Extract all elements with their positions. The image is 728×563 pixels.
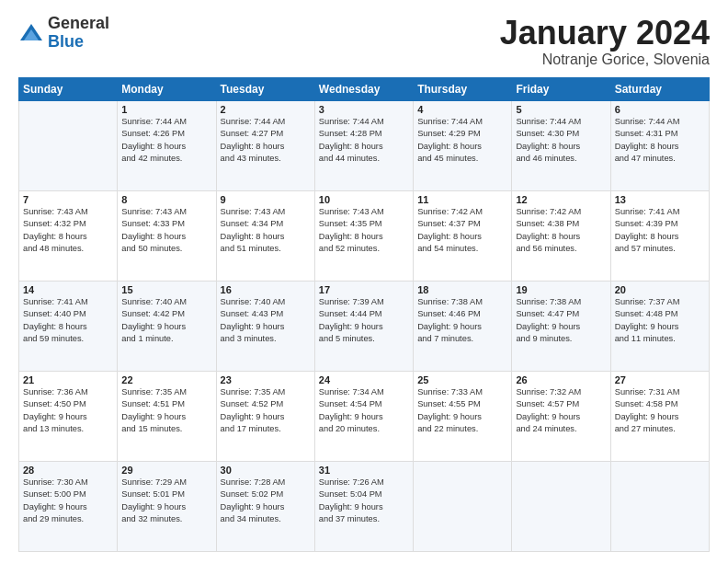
day-info: Sunrise: 7:43 AMSunset: 4:34 PMDaylight:… (221, 206, 311, 256)
calendar-cell: 12Sunrise: 7:42 AMSunset: 4:38 PMDayligh… (512, 190, 610, 281)
calendar-cell: 14Sunrise: 7:41 AMSunset: 4:40 PMDayligh… (19, 281, 118, 371)
day-number: 17 (319, 284, 409, 295)
calendar-cell: 29Sunrise: 7:29 AMSunset: 5:01 PMDayligh… (118, 461, 216, 551)
logo: General Blue (18, 15, 109, 52)
day-info: Sunrise: 7:38 AMSunset: 4:46 PMDaylight:… (417, 296, 507, 346)
day-info: Sunrise: 7:31 AMSunset: 4:58 PMDaylight:… (615, 386, 705, 436)
calendar-cell: 3Sunrise: 7:44 AMSunset: 4:28 PMDaylight… (314, 100, 413, 190)
week-row-5: 28Sunrise: 7:30 AMSunset: 5:00 PMDayligh… (19, 461, 710, 551)
calendar-cell: 26Sunrise: 7:32 AMSunset: 4:57 PMDayligh… (512, 371, 610, 461)
day-info: Sunrise: 7:44 AMSunset: 4:28 PMDaylight:… (319, 116, 409, 166)
day-info: Sunrise: 7:28 AMSunset: 5:02 PMDaylight:… (221, 477, 311, 526)
day-number: 9 (221, 194, 311, 205)
day-number: 22 (121, 374, 211, 385)
calendar-cell (414, 461, 512, 551)
weekday-header-row: SundayMondayTuesdayWednesdayThursdayFrid… (19, 77, 710, 100)
day-number: 16 (221, 284, 311, 295)
weekday-header-tuesday: Tuesday (216, 77, 314, 100)
weekday-header-saturday: Saturday (610, 77, 709, 100)
day-number: 6 (615, 104, 705, 115)
calendar-cell: 4Sunrise: 7:44 AMSunset: 4:29 PMDaylight… (414, 100, 512, 190)
day-number: 1 (121, 104, 211, 115)
calendar-cell (610, 461, 709, 551)
week-row-1: 1Sunrise: 7:44 AMSunset: 4:26 PMDaylight… (19, 100, 710, 190)
day-number: 30 (221, 465, 311, 476)
calendar-cell: 9Sunrise: 7:43 AMSunset: 4:34 PMDaylight… (216, 190, 314, 281)
day-number: 14 (23, 284, 113, 295)
day-info: Sunrise: 7:41 AMSunset: 4:40 PMDaylight:… (23, 296, 113, 346)
day-info: Sunrise: 7:44 AMSunset: 4:29 PMDaylight:… (417, 116, 507, 166)
calendar-cell: 21Sunrise: 7:36 AMSunset: 4:50 PMDayligh… (19, 371, 118, 461)
day-info: Sunrise: 7:39 AMSunset: 4:44 PMDaylight:… (319, 296, 409, 346)
day-number: 27 (615, 374, 705, 385)
calendar-cell: 5Sunrise: 7:44 AMSunset: 4:30 PMDaylight… (512, 100, 610, 190)
calendar-cell: 23Sunrise: 7:35 AMSunset: 4:52 PMDayligh… (216, 371, 314, 461)
calendar-cell: 28Sunrise: 7:30 AMSunset: 5:00 PMDayligh… (19, 461, 118, 551)
day-info: Sunrise: 7:36 AMSunset: 4:50 PMDaylight:… (23, 386, 113, 436)
month-title: January 2024 (500, 15, 710, 52)
day-info: Sunrise: 7:35 AMSunset: 4:51 PMDaylight:… (121, 386, 211, 436)
calendar-cell: 27Sunrise: 7:31 AMSunset: 4:58 PMDayligh… (610, 371, 709, 461)
day-number: 19 (516, 284, 606, 295)
day-info: Sunrise: 7:32 AMSunset: 4:57 PMDaylight:… (516, 386, 606, 436)
calendar-cell: 22Sunrise: 7:35 AMSunset: 4:51 PMDayligh… (118, 371, 216, 461)
calendar-cell: 24Sunrise: 7:34 AMSunset: 4:54 PMDayligh… (314, 371, 413, 461)
day-info: Sunrise: 7:43 AMSunset: 4:33 PMDaylight:… (121, 206, 211, 256)
day-number: 23 (221, 374, 311, 385)
calendar-cell: 31Sunrise: 7:26 AMSunset: 5:04 PMDayligh… (314, 461, 413, 551)
day-number: 12 (516, 194, 606, 205)
day-info: Sunrise: 7:40 AMSunset: 4:42 PMDaylight:… (121, 296, 211, 346)
day-number: 5 (516, 104, 606, 115)
day-info: Sunrise: 7:44 AMSunset: 4:30 PMDaylight:… (516, 116, 606, 166)
calendar-cell: 6Sunrise: 7:44 AMSunset: 4:31 PMDaylight… (610, 100, 709, 190)
day-number: 8 (121, 194, 211, 205)
day-info: Sunrise: 7:42 AMSunset: 4:37 PMDaylight:… (417, 206, 507, 256)
day-info: Sunrise: 7:44 AMSunset: 4:26 PMDaylight:… (121, 116, 211, 166)
day-info: Sunrise: 7:30 AMSunset: 5:00 PMDaylight:… (23, 477, 113, 526)
day-info: Sunrise: 7:40 AMSunset: 4:43 PMDaylight:… (221, 296, 311, 346)
day-number: 21 (23, 374, 113, 385)
day-info: Sunrise: 7:44 AMSunset: 4:27 PMDaylight:… (221, 116, 311, 166)
day-number: 25 (417, 374, 507, 385)
calendar-cell (512, 461, 610, 551)
day-info: Sunrise: 7:42 AMSunset: 4:38 PMDaylight:… (516, 206, 606, 256)
day-info: Sunrise: 7:26 AMSunset: 5:04 PMDaylight:… (319, 477, 409, 526)
calendar-cell: 10Sunrise: 7:43 AMSunset: 4:35 PMDayligh… (314, 190, 413, 281)
calendar-cell: 17Sunrise: 7:39 AMSunset: 4:44 PMDayligh… (314, 281, 413, 371)
weekday-header-friday: Friday (512, 77, 610, 100)
weekday-header-sunday: Sunday (19, 77, 118, 100)
day-number: 4 (417, 104, 507, 115)
weekday-header-monday: Monday (118, 77, 216, 100)
day-info: Sunrise: 7:37 AMSunset: 4:48 PMDaylight:… (615, 296, 705, 346)
day-info: Sunrise: 7:34 AMSunset: 4:54 PMDaylight:… (319, 386, 409, 436)
day-number: 2 (221, 104, 311, 115)
logo-blue: Blue (48, 33, 109, 52)
week-row-2: 7Sunrise: 7:43 AMSunset: 4:32 PMDaylight… (19, 190, 710, 281)
calendar-cell: 20Sunrise: 7:37 AMSunset: 4:48 PMDayligh… (610, 281, 709, 371)
day-number: 3 (319, 104, 409, 115)
logo-text: General Blue (48, 15, 109, 52)
day-number: 10 (319, 194, 409, 205)
calendar-cell: 19Sunrise: 7:38 AMSunset: 4:47 PMDayligh… (512, 281, 610, 371)
calendar-table: SundayMondayTuesdayWednesdayThursdayFrid… (18, 77, 710, 552)
day-number: 18 (417, 284, 507, 295)
weekday-header-wednesday: Wednesday (314, 77, 413, 100)
week-row-3: 14Sunrise: 7:41 AMSunset: 4:40 PMDayligh… (19, 281, 710, 371)
title-block: January 2024 Notranje Gorice, Slovenia (500, 15, 710, 68)
calendar-cell: 15Sunrise: 7:40 AMSunset: 4:42 PMDayligh… (118, 281, 216, 371)
day-info: Sunrise: 7:44 AMSunset: 4:31 PMDaylight:… (615, 116, 705, 166)
page: General Blue January 2024 Notranje Goric… (0, 0, 728, 563)
calendar-cell: 16Sunrise: 7:40 AMSunset: 4:43 PMDayligh… (216, 281, 314, 371)
day-number: 13 (615, 194, 705, 205)
day-info: Sunrise: 7:41 AMSunset: 4:39 PMDaylight:… (615, 206, 705, 256)
day-info: Sunrise: 7:43 AMSunset: 4:35 PMDaylight:… (319, 206, 409, 256)
calendar-cell (19, 100, 118, 190)
calendar-cell: 30Sunrise: 7:28 AMSunset: 5:02 PMDayligh… (216, 461, 314, 551)
calendar-cell: 1Sunrise: 7:44 AMSunset: 4:26 PMDaylight… (118, 100, 216, 190)
logo-icon (18, 20, 44, 46)
day-info: Sunrise: 7:43 AMSunset: 4:32 PMDaylight:… (23, 206, 113, 256)
calendar-cell: 11Sunrise: 7:42 AMSunset: 4:37 PMDayligh… (414, 190, 512, 281)
week-row-4: 21Sunrise: 7:36 AMSunset: 4:50 PMDayligh… (19, 371, 710, 461)
day-number: 29 (121, 465, 211, 476)
calendar-cell: 7Sunrise: 7:43 AMSunset: 4:32 PMDaylight… (19, 190, 118, 281)
